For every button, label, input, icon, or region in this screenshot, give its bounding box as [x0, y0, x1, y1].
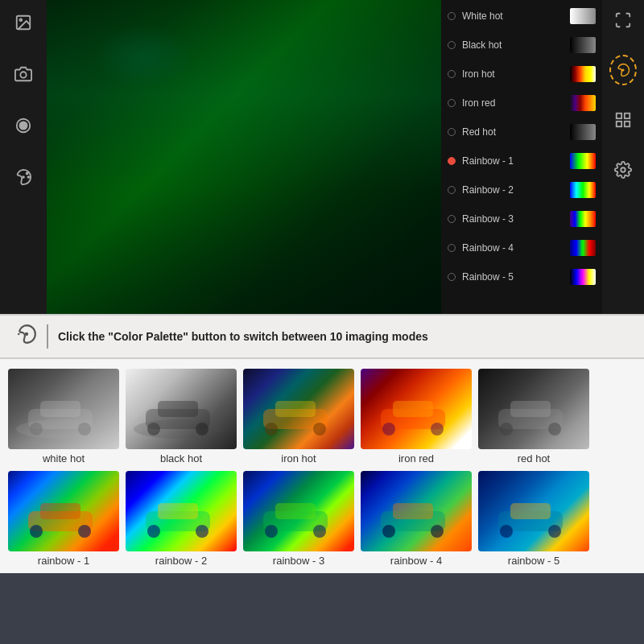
svg-point-49: [313, 525, 326, 538]
thumbnails-section: white hot black hot: [0, 359, 644, 573]
thumb-item-rainbow-3[interactable]: rainbow - 3: [243, 471, 354, 567]
grid-icon[interactable]: [609, 106, 637, 134]
palette-highlight-ring: [609, 55, 637, 85]
palette-item-rainbow-5[interactable]: Rainbow - 5: [441, 262, 602, 291]
palette-label-rainbow-2: Rainbow - 2: [462, 184, 570, 196]
thumb-item-rainbow-2[interactable]: rainbow - 2: [126, 471, 237, 567]
palette-item-black-hot[interactable]: Black hot: [441, 31, 602, 60]
preview-iron-red: [570, 95, 596, 111]
svg-point-19: [30, 423, 43, 436]
color-palette-icon[interactable]: [9, 163, 38, 192]
expand-icon[interactable]: [609, 6, 637, 34]
palette-item-rainbow-1[interactable]: Rainbow - 1: [441, 147, 602, 175]
info-banner-text: Click the "Color Palette" button to swit…: [58, 330, 428, 343]
svg-point-1: [19, 19, 22, 21]
thumbnail-row-2: rainbow - 1 rainbow - 2: [8, 471, 636, 567]
svg-point-6: [27, 173, 28, 175]
thumb-label-rainbow-4: rainbow - 4: [390, 555, 442, 567]
thumb-img-rainbow-1: [8, 471, 119, 551]
svg-point-40: [30, 525, 43, 538]
svg-rect-43: [158, 503, 198, 519]
svg-point-41: [78, 525, 91, 538]
svg-point-4: [19, 122, 27, 129]
thumb-item-rainbow-5[interactable]: rainbow - 5: [478, 471, 589, 567]
record-icon[interactable]: [9, 111, 38, 140]
svg-rect-17: [28, 409, 93, 429]
svg-point-13: [621, 167, 625, 172]
thumb-item-white-hot[interactable]: white hot: [8, 369, 119, 464]
thumb-item-red-hot[interactable]: red hot: [478, 369, 589, 464]
palette-label-black-hot: Black hot: [462, 39, 570, 51]
svg-point-8: [622, 69, 624, 71]
info-palette-icon: [16, 324, 37, 349]
svg-point-25: [196, 423, 208, 436]
palette-item-iron-hot[interactable]: Iron hot: [441, 60, 602, 89]
preview-rainbow-2: [570, 182, 596, 198]
thumb-img-black-hot: [126, 369, 237, 449]
svg-rect-55: [510, 503, 551, 519]
thumb-label-rainbow-3: rainbow - 3: [273, 555, 324, 567]
svg-point-33: [431, 423, 444, 436]
thumb-img-iron-red: [361, 369, 472, 449]
svg-rect-31: [393, 401, 433, 417]
radio-rainbow-4: [448, 244, 456, 252]
thumb-item-rainbow-4[interactable]: rainbow - 4: [361, 471, 472, 567]
radio-black-hot: [448, 41, 456, 49]
thumb-img-white-hot: [8, 369, 119, 449]
thumb-img-red-hot: [478, 369, 589, 449]
thumb-img-rainbow-5: [478, 471, 589, 551]
palette-label-iron-hot: Iron hot: [462, 68, 570, 80]
palette-label-rainbow-3: Rainbow - 3: [462, 213, 570, 225]
palette-item-iron-red[interactable]: Iron red: [441, 89, 602, 118]
thumb-item-black-hot[interactable]: black hot: [126, 369, 237, 464]
radio-iron-hot: [448, 70, 456, 78]
svg-point-2: [20, 72, 26, 77]
info-banner: Click the "Color Palette" button to swit…: [0, 314, 644, 359]
thumb-item-rainbow-1[interactable]: rainbow - 1: [8, 471, 119, 567]
palette-item-rainbow-2[interactable]: Rainbow - 2: [441, 175, 602, 204]
radio-iron-red: [448, 99, 456, 107]
palette-panel: White hot Black hot Iron hot Iron red Re…: [441, 0, 602, 314]
svg-point-28: [265, 423, 278, 436]
svg-rect-23: [158, 401, 198, 417]
camera-icon[interactable]: [9, 60, 38, 89]
palette-item-rainbow-3[interactable]: Rainbow - 3: [441, 204, 602, 233]
svg-rect-9: [617, 114, 621, 118]
palette-item-white-hot[interactable]: White hot: [441, 2, 602, 31]
svg-point-16: [16, 419, 105, 439]
svg-point-53: [431, 525, 444, 538]
preview-white-hot: [570, 8, 596, 24]
svg-rect-11: [617, 122, 621, 126]
svg-rect-47: [275, 503, 316, 519]
gallery-icon[interactable]: [9, 8, 38, 37]
preview-rainbow-4: [570, 240, 596, 256]
thumb-img-rainbow-3: [243, 471, 354, 551]
svg-rect-18: [40, 401, 80, 417]
thumb-item-iron-red[interactable]: iron red: [361, 369, 472, 464]
thumb-label-rainbow-2: rainbow - 2: [155, 555, 207, 567]
preview-rainbow-3: [570, 211, 596, 227]
palette-active-button[interactable]: [609, 56, 637, 84]
svg-point-45: [196, 525, 208, 538]
palette-item-red-hot[interactable]: Red hot: [441, 118, 602, 147]
preview-black-hot: [570, 37, 596, 53]
radio-rainbow-2: [448, 186, 456, 194]
svg-rect-10: [625, 114, 630, 118]
palette-label-rainbow-4: Rainbow - 4: [462, 242, 570, 254]
svg-point-32: [382, 423, 395, 436]
radio-red-hot: [448, 128, 456, 136]
palette-label-iron-red: Iron red: [462, 97, 570, 109]
thumb-label-rainbow-1: rainbow - 1: [38, 555, 89, 567]
thumb-item-iron-hot[interactable]: iron hot: [243, 369, 354, 464]
thumb-label-rainbow-5: rainbow - 5: [508, 555, 559, 567]
preview-rainbow-1: [570, 153, 596, 169]
svg-point-44: [147, 525, 160, 538]
svg-point-20: [78, 423, 91, 436]
thumb-img-rainbow-2: [126, 471, 237, 551]
svg-rect-12: [625, 122, 630, 126]
palette-item-rainbow-4[interactable]: Rainbow - 4: [441, 233, 602, 262]
settings-icon[interactable]: [609, 156, 637, 184]
thumb-label-white-hot: white hot: [43, 452, 85, 464]
svg-point-5: [23, 176, 24, 178]
svg-point-7: [28, 176, 30, 178]
